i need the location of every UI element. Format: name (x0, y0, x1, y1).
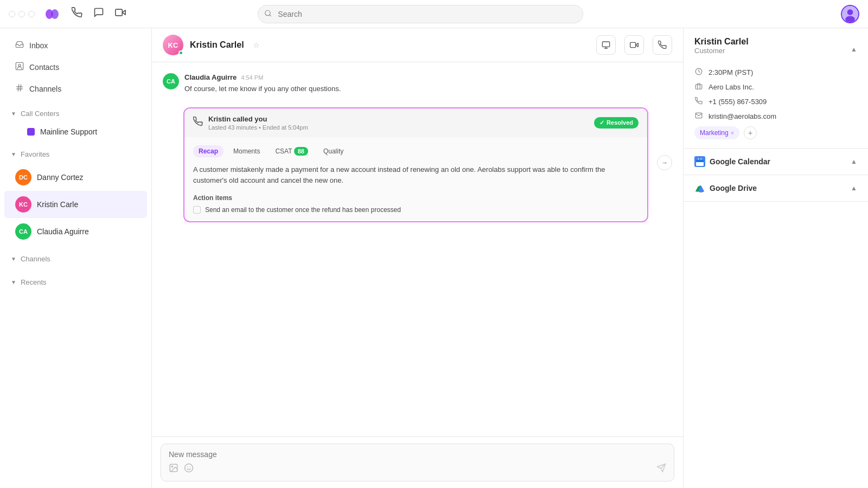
user-avatar[interactable] (841, 5, 859, 23)
emoji-button[interactable] (184, 463, 194, 476)
recents-section[interactable]: ▼ Recents (0, 273, 151, 292)
sidebar-item-contacts[interactable]: Contacts (4, 56, 147, 78)
sidebar-item-mainline[interactable]: Mainline Support (0, 123, 151, 140)
svg-marker-18 (636, 43, 639, 47)
panel-contact-type: Customer (694, 47, 749, 55)
video-icon[interactable] (115, 7, 126, 21)
inbox-icon (15, 40, 24, 51)
panel-contact-name: Kristin Carlel (694, 37, 749, 47)
phone-info-icon (694, 97, 703, 106)
contacts-icon (15, 62, 24, 73)
action-item-text: Send an email to the customer once the r… (205, 206, 401, 214)
kristin-label: Kristin Carle (37, 200, 78, 209)
video-call-button[interactable] (624, 35, 644, 55)
action-item-row: Send an email to the customer once the r… (193, 206, 639, 214)
chat-input-toolbar (169, 463, 666, 476)
contact-section-chevron[interactable]: ▲ (851, 46, 857, 53)
channels-section[interactable]: ▼ Channels (0, 249, 151, 268)
message-icon[interactable] (93, 7, 104, 21)
svg-line-5 (270, 15, 271, 16)
sidebar-item-inbox[interactable]: Inbox (4, 35, 147, 56)
svg-line-14 (20, 85, 21, 91)
chat-header-actions (596, 35, 672, 55)
sidebar-item-claudia[interactable]: CA Claudia Aguirre (4, 218, 147, 245)
app-logo (43, 5, 61, 23)
channels-section-chevron: ▼ (11, 256, 16, 262)
svg-point-10 (18, 65, 21, 67)
svg-rect-3 (116, 9, 123, 16)
scroll-right-arrow[interactable]: → (657, 155, 672, 170)
send-button[interactable] (656, 463, 666, 476)
gcal-chevron[interactable]: ▲ (851, 158, 857, 165)
message-input[interactable] (169, 450, 666, 459)
sidebar: Inbox Contacts Channels ▼ (0, 28, 152, 488)
chat-header: KC Kristin Carlel ☆ (152, 28, 683, 62)
message-avatar: CA (163, 73, 179, 89)
gcal-header: Google Calendar ▲ (694, 156, 857, 167)
svg-rect-19 (630, 42, 636, 47)
channels-section-label: Channels (21, 255, 50, 263)
sidebar-item-danny[interactable]: DC Danny Cortez (4, 164, 147, 191)
call-card-row: Kristin called you Lasted 43 minutes • E… (163, 103, 672, 223)
svg-marker-2 (122, 10, 125, 15)
tab-recap[interactable]: Recap (193, 145, 224, 157)
phone-icon[interactable] (72, 7, 82, 21)
sidebar-item-channels[interactable]: Channels (4, 78, 147, 100)
message-sender: Claudia Aguirre (184, 73, 237, 81)
action-items-title: Action items (193, 194, 639, 202)
tab-quality[interactable]: Quality (318, 145, 349, 157)
call-card-body: Recap Moments CSAT 88 Quality A customer… (184, 137, 647, 222)
gcal-icon (694, 156, 705, 167)
search-bar (258, 5, 583, 23)
svg-point-22 (185, 464, 193, 472)
gcal-section: Google Calendar ▲ (684, 149, 868, 175)
chat-input-area (152, 436, 683, 488)
image-upload-button[interactable] (169, 463, 178, 476)
panel-time-row: 2:30PM (PST) (694, 68, 857, 77)
message-header: Claudia Aguirre 4:54 PM (184, 73, 672, 81)
action-item-checkbox[interactable] (193, 206, 201, 214)
panel-email: kristin@aerolabs.com (709, 112, 776, 120)
screen-share-button[interactable] (596, 35, 616, 55)
panel-company-row: Aero Labs Inc. (694, 82, 857, 92)
call-subtitle: Lasted 43 minutes • Ended at 5:04pm (208, 124, 308, 131)
gdrive-chevron[interactable]: ▲ (851, 184, 857, 192)
sidebar-item-kristin[interactable]: KC Kristin Carle (4, 191, 147, 218)
gcal-title-row: Google Calendar (694, 156, 770, 167)
svg-rect-36 (701, 158, 702, 160)
avatar-image (842, 6, 858, 22)
svg-rect-28 (695, 85, 702, 89)
svg-point-8 (845, 16, 855, 22)
panel-company: Aero Labs Inc. (709, 83, 754, 91)
call-info: Kristin called you Lasted 43 minutes • E… (193, 115, 308, 131)
add-tag-button[interactable]: + (744, 126, 757, 139)
favorite-star-icon[interactable]: ☆ (253, 41, 260, 49)
claudia-label: Claudia Aguirre (37, 227, 89, 236)
message-content: Claudia Aguirre 4:54 PM Of course, let m… (184, 73, 672, 94)
close-dot[interactable] (9, 11, 15, 17)
window-controls (9, 11, 35, 17)
mail-icon (694, 112, 703, 121)
contact-info-header: Kristin Carlel Customer ▲ (694, 37, 857, 61)
call-tabs: Recap Moments CSAT 88 Quality (193, 145, 639, 158)
search-icon (264, 9, 272, 18)
search-input[interactable] (258, 5, 583, 23)
tag-label: Marketing (700, 129, 729, 137)
call-centers-section[interactable]: ▼ Call Centers (0, 104, 151, 123)
tab-csat[interactable]: CSAT 88 (270, 145, 314, 158)
favorites-section[interactable]: ▼ Favorites (0, 145, 151, 164)
gdrive-label: Google Drive (710, 184, 757, 192)
phone-call-button[interactable] (653, 35, 672, 55)
tag-remove-button[interactable]: × (731, 130, 734, 136)
resolved-badge: ✓ Resolved (594, 117, 639, 129)
message-row: CA Claudia Aguirre 4:54 PM Of course, le… (163, 73, 672, 94)
call-card-header: Kristin called you Lasted 43 minutes • E… (184, 108, 647, 137)
tab-moments[interactable]: Moments (228, 145, 265, 157)
call-card: Kristin called you Lasted 43 minutes • E… (183, 107, 648, 223)
maximize-dot[interactable] (28, 11, 35, 17)
clock-icon (694, 68, 703, 77)
minimize-dot[interactable] (18, 11, 25, 17)
chat-main: KC Kristin Carlel ☆ (152, 28, 684, 488)
checkmark-icon: ✓ (599, 119, 604, 126)
call-title: Kristin called you (208, 115, 308, 123)
